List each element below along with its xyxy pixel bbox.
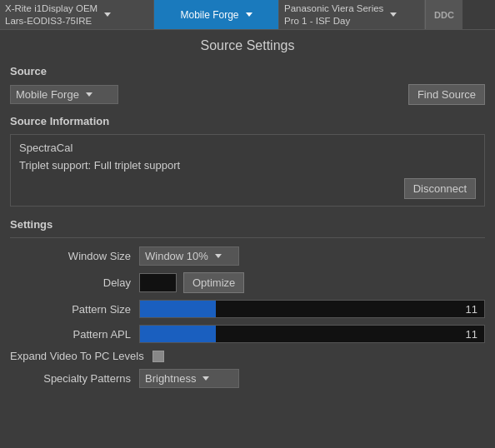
settings-section: Settings Window Size Window 10% Delay 0,…	[10, 218, 485, 388]
source-row: Mobile Forge Find Source	[10, 84, 485, 105]
specialty-patterns-row: Specialty Patterns Brightness	[10, 369, 485, 388]
settings-section-label: Settings	[10, 218, 485, 231]
specialty-patterns-value: Brightness	[145, 372, 196, 385]
window-size-control: Window 10%	[139, 246, 485, 266]
source-info-section-label: Source Information	[10, 115, 485, 127]
pattern-size-value: 11	[466, 303, 478, 316]
disconnect-button[interactable]: Disconnect	[404, 178, 476, 199]
pattern-size-label: Pattern Size	[10, 303, 139, 316]
device2-label: Mobile Forge	[180, 9, 238, 21]
window-size-dropdown[interactable]: Window 10%	[139, 246, 239, 266]
device1-selector[interactable]: X-Rite i1Display OEM Lars-EODIS3-75IRE	[0, 0, 154, 29]
delay-label: Delay	[10, 276, 139, 289]
device2-selector[interactable]: Mobile Forge	[154, 0, 279, 29]
window-size-row: Window Size Window 10%	[10, 246, 485, 266]
expand-video-control	[152, 351, 485, 362]
pattern-size-fill	[140, 301, 216, 317]
find-source-button[interactable]: Find Source	[408, 84, 485, 105]
device2-arrow-icon	[246, 12, 252, 17]
device3-lines: Panasonic Viera SeriesPro 1 - ISF Day	[284, 2, 383, 27]
source-info-box: SpectraCal Triplet support: Full triplet…	[10, 134, 485, 207]
delay-row: Delay 0,25 Optimize	[10, 272, 485, 293]
pattern-apl-row: Pattern APL 11	[10, 325, 485, 343]
page-title: Source Settings	[10, 38, 485, 53]
source-dropdown[interactable]: Mobile Forge	[10, 85, 118, 104]
delay-input[interactable]: 0,25	[139, 273, 177, 292]
pattern-size-slider[interactable]: 11	[139, 300, 485, 318]
settings-grid: Window Size Window 10% Delay 0,25 Optimi…	[10, 246, 485, 388]
device3-arrow-icon	[390, 12, 397, 17]
window-size-arrow-icon	[215, 254, 222, 258]
specialty-patterns-dropdown[interactable]: Brightness	[139, 369, 239, 388]
pattern-apl-slider[interactable]: 11	[139, 325, 485, 343]
triplet-support-text: Triplet support: Full triplet support	[19, 159, 476, 172]
delay-control: 0,25 Optimize	[139, 272, 485, 293]
expand-video-checkbox[interactable]	[152, 351, 164, 362]
disconnect-row: Disconnect	[19, 178, 476, 199]
pattern-size-row: Pattern Size 11	[10, 300, 485, 318]
main-content: Source Settings Source Mobile Forge Find…	[0, 30, 495, 403]
pattern-apl-fill	[140, 326, 216, 342]
specialty-patterns-label: Specialty Patterns	[10, 372, 139, 385]
ddc-button[interactable]: DDC	[425, 0, 462, 29]
device1-arrow-icon	[104, 12, 111, 17]
specialty-patterns-arrow-icon	[202, 376, 209, 381]
pattern-size-control: 11	[139, 300, 485, 318]
ddc-label: DDC	[434, 10, 454, 20]
optimize-button[interactable]: Optimize	[183, 272, 244, 293]
pattern-apl-label: Pattern APL	[10, 328, 139, 341]
specialty-patterns-control: Brightness	[139, 369, 485, 388]
pattern-apl-value: 11	[466, 328, 478, 341]
app-name: SpectraCal	[19, 142, 476, 154]
source-dropdown-arrow-icon	[86, 92, 92, 97]
device3-selector[interactable]: Panasonic Viera SeriesPro 1 - ISF Day	[279, 0, 425, 29]
source-dropdown-value: Mobile Forge	[16, 88, 79, 101]
window-size-label: Window Size	[10, 250, 139, 262]
expand-video-label: Expand Video To PC Levels	[10, 350, 152, 362]
pattern-apl-control: 11	[139, 325, 485, 343]
source-section-label: Source	[10, 65, 485, 77]
top-bar: X-Rite i1Display OEM Lars-EODIS3-75IRE M…	[0, 0, 495, 30]
device1-line1: X-Rite i1Display OEM Lars-EODIS3-75IRE	[5, 2, 98, 27]
window-size-value: Window 10%	[145, 250, 208, 262]
settings-divider	[10, 237, 485, 238]
expand-video-row: Expand Video To PC Levels	[10, 350, 485, 362]
